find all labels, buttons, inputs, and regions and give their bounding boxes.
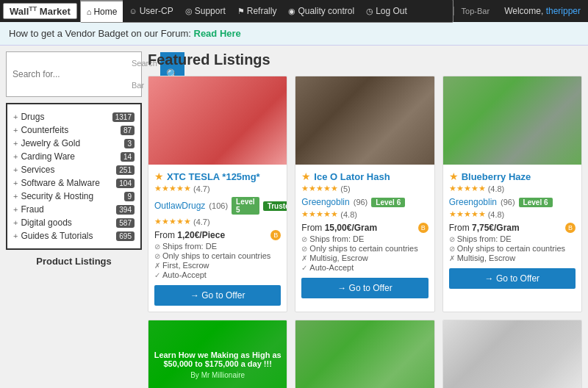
rating: (5) — [340, 184, 350, 193]
sidebar-item-services[interactable]: + Services 251 — [13, 163, 135, 176]
ships-from: ⊘ Ships from: DE — [154, 242, 281, 251]
logo-text: WallTT Market — [10, 6, 71, 17]
ships-text: Ships from: DE — [309, 234, 364, 243]
vendor-stars-row: ★★★★★ (4.8) — [301, 209, 428, 219]
ships-text: Ships from: DE — [162, 242, 217, 251]
category-label: Fraud — [21, 204, 113, 215]
category-count: 695 — [116, 231, 135, 241]
price-row: From 7,75€/Gram B — [449, 223, 576, 233]
vendor-row: Greengoblin (96) Level 6 — [449, 197, 576, 207]
sidebar-item-counterfeits[interactable]: + Counterfeits 87 — [13, 123, 135, 137]
sidebar-item-security[interactable]: + Security & Hosting 9 — [13, 190, 135, 203]
detail-icon: ⊘ — [154, 252, 160, 260]
logo[interactable]: WallTT Market — [3, 3, 77, 19]
search-input[interactable] — [7, 52, 129, 96]
listing-title[interactable]: XTC TESLA *125mg* — [167, 171, 260, 182]
category-label: Digital goods — [21, 218, 113, 228]
logout-icon: ◷ — [366, 7, 373, 16]
sidebar-item-carding[interactable]: + Carding Ware 14 — [13, 150, 135, 163]
stars-row: ★★★★★ (4.7) — [154, 184, 281, 193]
vendor-name[interactable]: Greengoblin — [301, 197, 349, 207]
listing-body: ★ Ice O Lator Hash ★★★★★ (5) Greengoblin… — [295, 165, 434, 304]
vendor-count: (106) — [209, 201, 228, 210]
detail-1: ⊘ Only ships to certain countries — [154, 251, 281, 260]
stars: ★★★★★ — [301, 184, 338, 193]
star-icon: ★ — [154, 170, 164, 182]
nav-user-cp[interactable]: ☺ User-CP — [123, 0, 179, 22]
listing-image-ad: Learn How we Making as High as $50,000 t… — [148, 320, 287, 388]
vendor-rating: (4.8) — [488, 210, 505, 219]
category-label: Guides & Tutorials — [21, 231, 113, 241]
escrow-icon: B — [418, 223, 429, 233]
sidebar-item-software[interactable]: + Software & Malware 104 — [13, 176, 135, 190]
category-label: Services — [21, 165, 113, 175]
category-label: Carding Ware — [21, 151, 117, 162]
rating: (4.7) — [193, 184, 210, 193]
price: 15,00€/Gram — [325, 223, 377, 233]
nav-refrally[interactable]: ⚑ Refrally — [232, 0, 283, 22]
nav-logout-label: Log Out — [376, 6, 407, 16]
nav-support[interactable]: ◎ Support — [179, 0, 232, 22]
ships-icon: ⊘ — [449, 235, 455, 243]
welcome-text: Welcome, theripper — [497, 6, 588, 16]
search-bar: Search Bar 🔍 — [6, 51, 142, 97]
listing-title[interactable]: Blueberry Haze — [462, 171, 531, 182]
go-to-offer-button[interactable]: → Go to Offer — [449, 268, 576, 289]
category-count: 14 — [121, 152, 135, 162]
ships-from: ⊘ Ships from: DE — [449, 234, 576, 243]
listings-grid: ★ XTC TESLA *125mg* ★★★★★ (4.7) OutlawDr… — [148, 76, 582, 312]
ad-text: Learn How we Making as High as $50,000 t… — [152, 351, 283, 368]
price: 7,75€/Gram — [472, 223, 520, 233]
listing-card-bottom-3 — [442, 320, 582, 388]
category-label: Counterfeits — [21, 125, 117, 135]
stars-row: ★★★★★ (5) — [301, 184, 428, 193]
plus-icon: + — [13, 139, 18, 148]
top-bar: WallTT Market ⌂ Home ☺ User-CP ◎ Support… — [0, 0, 588, 22]
listing-card-bottom-1: Learn How we Making as High as $50,000 t… — [148, 320, 287, 388]
plus-icon: + — [13, 126, 18, 134]
ships-from: ⊘ Ships from: DE — [301, 234, 428, 243]
listing-image-weed2 — [295, 320, 434, 388]
plus-icon: + — [13, 179, 18, 187]
sidebar-item-digital[interactable]: + Digital goods 587 — [13, 216, 135, 229]
detail-3: ✓ Auto-Accept — [154, 270, 281, 279]
nav-logout[interactable]: ◷ Log Out — [360, 0, 413, 22]
sidebar: Search Bar 🔍 + Drugs 1317 + Counterfeits… — [6, 51, 142, 388]
banner-link[interactable]: Read Here — [194, 28, 241, 39]
nav-home[interactable]: ⌂ Home — [81, 0, 123, 22]
price: 1,20€/Piece — [177, 230, 225, 240]
vendor-rating: (4.8) — [340, 210, 357, 219]
sidebar-item-fraud[interactable]: + Fraud 394 — [13, 203, 135, 216]
go-to-offer-button[interactable]: → Go to Offer — [154, 285, 281, 306]
vendor-name[interactable]: Greengoblin — [449, 197, 497, 207]
nav-quality-control[interactable]: ◉ Quality control — [282, 0, 360, 22]
plus-icon: + — [13, 112, 18, 121]
category-count: 3 — [124, 139, 135, 148]
detail-text: Only ships to certain countries — [457, 244, 565, 253]
level-badge: Level 6 — [519, 198, 553, 207]
listing-title-row: ★ Blueberry Haze — [449, 170, 576, 182]
listing-title[interactable]: Ice O Lator Hash — [314, 171, 390, 182]
main-content: Featured Listings ★ XTC TESLA *125mg* ★★… — [148, 51, 582, 388]
detail-icon: ⊘ — [301, 245, 307, 253]
vendor-name[interactable]: OutlawDrugz — [154, 201, 205, 211]
detail-text: Multisig, Escrow — [457, 254, 515, 262]
go-to-offer-button[interactable]: → Go to Offer — [301, 278, 428, 298]
vendor-count: (96) — [354, 198, 368, 206]
listing-image — [443, 76, 581, 165]
rating: (4.8) — [488, 184, 505, 193]
sidebar-item-drugs[interactable]: + Drugs 1317 — [13, 110, 135, 123]
vendor-row: OutlawDrugz (106) Level 5 Trusted — [154, 197, 281, 215]
category-box: + Drugs 1317 + Counterfeits 87 + Jewelry… — [6, 103, 142, 250]
quality-icon: ◉ — [288, 7, 295, 16]
info-banner: How to get a Vendor Badget on our Forum:… — [0, 22, 588, 46]
category-count: 9 — [124, 192, 135, 201]
sidebar-item-guides[interactable]: + Guides & Tutorials 695 — [13, 229, 135, 242]
listing-body: ★ XTC TESLA *125mg* ★★★★★ (4.7) OutlawDr… — [148, 165, 287, 312]
listing-image — [148, 76, 287, 165]
level-badge: Level 6 — [371, 198, 405, 207]
level-badge: Level 5 — [232, 197, 259, 215]
detail-text: Multisig, Escrow — [309, 254, 368, 262]
sidebar-item-jewelry[interactable]: + Jewelry & Gold 3 — [13, 137, 135, 150]
check-icon: ✓ — [301, 264, 307, 272]
